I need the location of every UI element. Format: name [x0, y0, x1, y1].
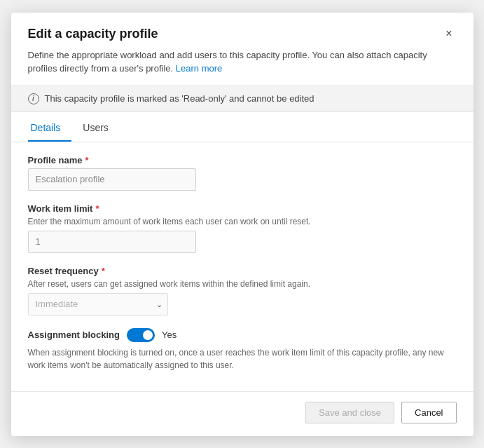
- work-item-limit-description: Enter the maximum amount of work items e…: [28, 217, 457, 226]
- assignment-blocking-value: Yes: [162, 330, 177, 340]
- work-item-limit-input[interactable]: [28, 231, 196, 253]
- info-icon: i: [28, 93, 39, 104]
- assignment-blocking-toggle[interactable]: [127, 328, 155, 342]
- required-star-reset: *: [102, 266, 105, 276]
- readonly-banner: i This capacity profile is marked as 'Re…: [11, 86, 473, 112]
- tab-users[interactable]: Users: [80, 115, 120, 142]
- dialog-title: Edit a capacity profile: [28, 27, 158, 41]
- dialog-header: Edit a capacity profile ×: [11, 13, 473, 48]
- edit-capacity-profile-dialog: Edit a capacity profile × Define the app…: [11, 13, 473, 436]
- tabs-container: Details Users: [11, 115, 473, 142]
- assignment-blocking-description: When assignment blocking is turned on, o…: [28, 346, 457, 372]
- reset-frequency-description: After reset, users can get assigned work…: [28, 279, 457, 289]
- learn-more-link[interactable]: Learn more: [176, 63, 222, 74]
- required-star-limit: *: [95, 203, 99, 214]
- dialog-footer: Save and close Cancel: [11, 391, 473, 436]
- close-button[interactable]: ×: [441, 27, 456, 41]
- cancel-button[interactable]: Cancel: [401, 402, 456, 423]
- assignment-blocking-row: Assignment blocking Yes: [28, 328, 457, 342]
- assignment-blocking-group: Assignment blocking Yes When assignment …: [28, 328, 457, 372]
- dialog-subtitle: Define the appropriate workload and add …: [11, 48, 473, 86]
- readonly-text: This capacity profile is marked as 'Read…: [45, 93, 314, 104]
- work-item-limit-label: Work item limit *: [28, 203, 457, 214]
- reset-frequency-group: Reset frequency * After reset, users can…: [28, 266, 457, 315]
- reset-frequency-select[interactable]: Immediate Hourly Daily Weekly: [28, 293, 168, 315]
- profile-name-input[interactable]: [28, 168, 196, 191]
- save-and-close-button[interactable]: Save and close: [305, 402, 394, 423]
- toggle-thumb: [143, 330, 153, 340]
- dialog-body: Profile name * Work item limit * Enter t…: [11, 142, 473, 391]
- required-star-profile: *: [85, 155, 89, 165]
- reset-frequency-select-wrapper: Immediate Hourly Daily Weekly ⌄: [28, 293, 168, 315]
- profile-name-label: Profile name *: [28, 155, 457, 165]
- assignment-blocking-label: Assignment blocking: [28, 330, 120, 340]
- tab-details[interactable]: Details: [28, 115, 72, 142]
- work-item-limit-group: Work item limit * Enter the maximum amou…: [28, 203, 457, 253]
- reset-frequency-label: Reset frequency *: [28, 266, 457, 276]
- subtitle-text: Define the appropriate workload and add …: [28, 50, 427, 74]
- profile-name-group: Profile name *: [28, 155, 457, 191]
